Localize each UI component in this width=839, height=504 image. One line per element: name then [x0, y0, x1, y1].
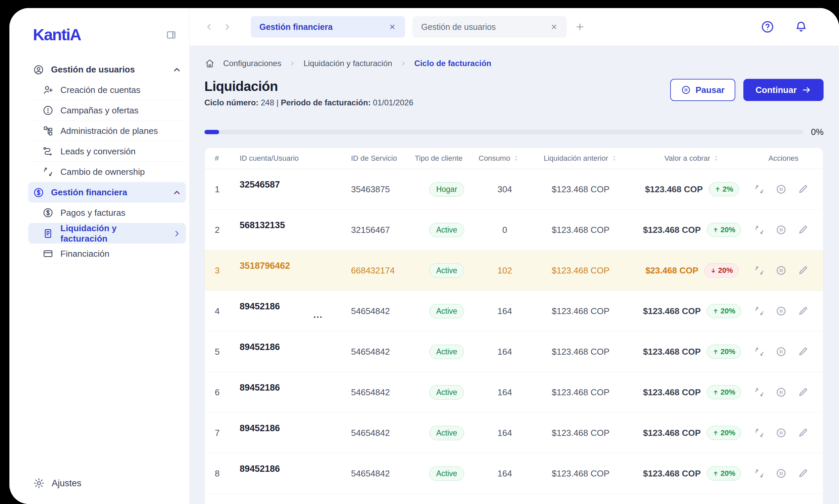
cell-client-type: Active: [415, 426, 479, 440]
value-to-charge: $123.468 COP: [643, 468, 701, 479]
column-header-liquidacion-anterior[interactable]: Liquidación anterior: [531, 154, 630, 163]
sidebar-header: KantiA: [33, 25, 181, 44]
sort-icon[interactable]: [513, 155, 519, 162]
table-row: 33518796462668432174Active102$123.468 CO…: [205, 250, 823, 291]
cell-service-id: 54654842: [351, 347, 415, 357]
delta-badge: 20%: [707, 426, 741, 440]
column-header-consumo[interactable]: Consumo: [479, 154, 531, 163]
client-type-badge: Active: [429, 264, 464, 278]
refresh-row-button[interactable]: [754, 305, 765, 317]
refresh-row-button[interactable]: [754, 468, 765, 479]
edit-icon: [797, 468, 808, 479]
column-label: Acciones: [769, 154, 798, 163]
bell-icon[interactable]: [794, 20, 808, 34]
value-to-charge: $23.468 COP: [645, 266, 698, 276]
sidebar-item-administracion-de-planes[interactable]: Administración de planes: [28, 121, 186, 141]
pause-row-button[interactable]: [775, 427, 787, 438]
pause-row-button[interactable]: [775, 468, 787, 479]
pause-button[interactable]: Pausar: [670, 79, 736, 101]
pause-row-button[interactable]: [775, 346, 787, 357]
home-icon[interactable]: [204, 58, 215, 69]
delta-badge: 20%: [707, 385, 741, 399]
refresh-row-button[interactable]: [754, 183, 765, 195]
dollar-circle-icon: [33, 187, 44, 198]
close-icon[interactable]: [388, 23, 396, 31]
pause-row-button[interactable]: [775, 183, 787, 195]
nav-forward-icon[interactable]: [222, 22, 232, 32]
sidebar-item-gestion-financiera[interactable]: Gestión financiera: [28, 182, 186, 203]
chevron-right-icon: [173, 229, 181, 238]
billing-progress: 0%: [204, 127, 824, 137]
breadcrumb-item-ciclo-de-facturacion[interactable]: Ciclo de facturación: [414, 59, 491, 68]
sidebar-item-label: Gestión de usuarios: [51, 65, 135, 75]
refresh-row-button[interactable]: [754, 265, 765, 276]
cell-account-id: 89452186: [239, 331, 351, 372]
tab-gestion-de-usuarios[interactable]: Gestión de usuarios: [412, 16, 567, 38]
topbar-right-icons: [761, 20, 808, 34]
progress-percent: 0%: [811, 127, 824, 137]
chevron-right-icon: [400, 60, 406, 67]
pause-row-button[interactable]: [775, 386, 787, 398]
breadcrumb-item-configuraciones[interactable]: Configuraciones: [223, 59, 281, 68]
client-type-badge: Active: [429, 345, 464, 359]
sidebar-item-campanas-y-ofertas[interactable]: Campañas y ofertas: [28, 100, 186, 121]
continue-button[interactable]: Continuar: [743, 79, 824, 101]
arrow-down-small-icon: [710, 267, 716, 274]
sidebar-item-liquidacion-y-facturacion[interactable]: Liquidación y facturación: [28, 223, 186, 244]
edit-row-button[interactable]: [797, 265, 808, 276]
tab-label: Gestión financiera: [260, 22, 333, 32]
sidebar-item-leads-y-conversion[interactable]: Leads y conversión: [28, 141, 186, 162]
period-value: 01/01/2026: [373, 98, 413, 107]
cell-service-id: 54654842: [351, 468, 415, 479]
cell-client-type: Active: [415, 223, 479, 237]
cell-consumption: 164: [479, 347, 531, 357]
edit-row-button[interactable]: [797, 346, 808, 357]
cell-previous-liquidation: $123.468 COP: [531, 225, 630, 235]
cell-account-id: 89452186: [239, 453, 351, 493]
refresh-row-button[interactable]: [754, 427, 765, 438]
sidebar-item-creacion-de-cuentas[interactable]: Creación de cuentas: [28, 80, 186, 100]
sidebar-item-ajustes[interactable]: Ajustes: [33, 477, 181, 489]
tab-gestion-financiera[interactable]: Gestión financiera: [251, 16, 405, 38]
cell-actions: [754, 265, 813, 276]
cell-consumption: 304: [479, 184, 531, 195]
refresh-row-button[interactable]: [754, 386, 765, 398]
edit-row-button[interactable]: [797, 305, 808, 317]
pause-row-button[interactable]: [775, 265, 787, 276]
delta-badge: 20%: [707, 466, 741, 481]
client-type-badge: Active: [429, 223, 464, 237]
account-ellipsis: ...: [314, 313, 323, 317]
page-subtitle: Ciclo número: 248 | Periodo de facturaci…: [204, 98, 413, 107]
nav-back-icon[interactable]: [204, 22, 214, 32]
cell-consumption: 102: [479, 266, 531, 276]
help-icon[interactable]: [761, 20, 774, 34]
cell-row-number: 7: [215, 428, 239, 438]
sidebar-item-cambio-de-ownership[interactable]: Cambio de ownership: [28, 162, 186, 182]
refresh-row-button[interactable]: [754, 224, 765, 236]
cell-consumption: 164: [479, 306, 531, 317]
refresh-row-button[interactable]: [754, 346, 765, 357]
cell-value-to-charge: $23.468 COP20%: [630, 264, 754, 277]
edit-row-button[interactable]: [797, 468, 808, 479]
column-header-valor-a-cobrar[interactable]: Valor a cobrar: [630, 154, 754, 163]
edit-row-button[interactable]: [797, 224, 808, 236]
close-icon[interactable]: [550, 23, 558, 31]
sidebar-item-financiacion[interactable]: Financiación: [28, 244, 186, 264]
new-tab-icon[interactable]: [575, 22, 585, 32]
sort-icon[interactable]: [611, 155, 618, 162]
edit-row-button[interactable]: [797, 386, 808, 398]
chevron-up-icon: [173, 66, 181, 74]
sidebar-item-gestion-de-usuarios[interactable]: Gestión de usuarios: [28, 59, 186, 80]
sidebar-item-pagos-y-facturas[interactable]: Pagos y facturas: [28, 203, 186, 223]
edit-row-button[interactable]: [797, 183, 808, 195]
cell-service-id: 54654842: [351, 387, 415, 398]
breadcrumb-item-liquidacion-y-facturacion[interactable]: Liquidación y facturación: [303, 59, 392, 68]
pause-row-button[interactable]: [775, 224, 787, 236]
sort-icon[interactable]: [713, 155, 719, 162]
edit-row-button[interactable]: [797, 427, 808, 438]
cell-account-id: 89452186: [239, 372, 351, 412]
pause-row-button[interactable]: [775, 305, 787, 317]
sidebar-collapse-icon[interactable]: [165, 30, 177, 40]
pause-circle-icon: [775, 346, 787, 357]
cell-value-to-charge: $123.468 COP2%: [630, 182, 754, 196]
